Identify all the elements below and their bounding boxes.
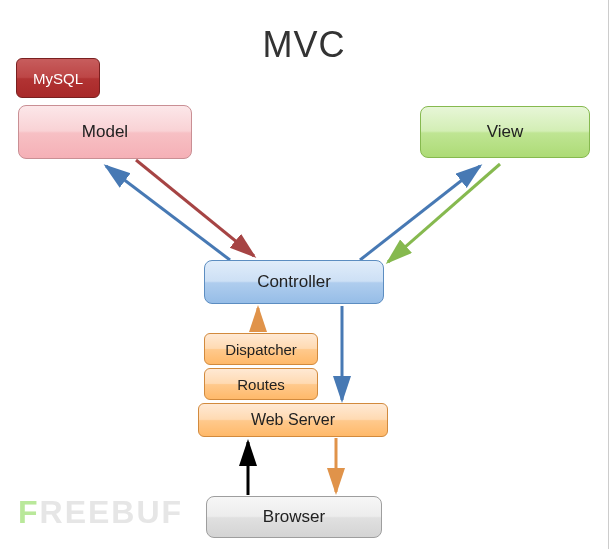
arrow-controller-to-view (360, 166, 480, 260)
node-controller: Controller (204, 260, 384, 304)
node-mysql: MySQL (16, 58, 100, 98)
arrow-controller-to-model (106, 166, 230, 260)
arrow-view-to-controller (388, 164, 500, 262)
arrow-model-to-controller (136, 160, 254, 256)
node-model: Model (18, 105, 192, 159)
diagram-title: MVC (263, 24, 346, 66)
node-dispatcher: Dispatcher (204, 333, 318, 365)
node-webserver: Web Server (198, 403, 388, 437)
watermark-text: FREEBUF (18, 494, 183, 531)
node-view: View (420, 106, 590, 158)
node-routes: Routes (204, 368, 318, 400)
node-browser: Browser (206, 496, 382, 538)
